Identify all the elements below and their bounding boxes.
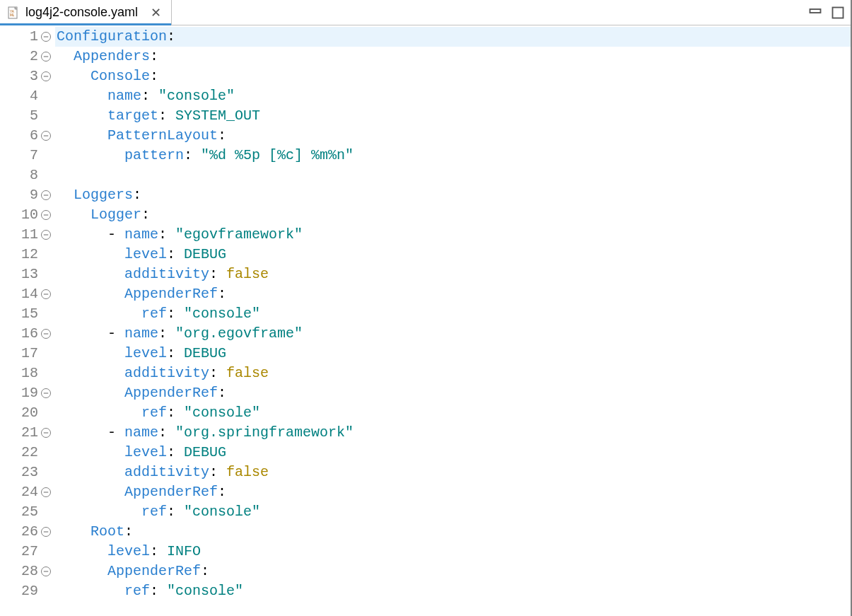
code-line[interactable]: ref: "console" (55, 502, 851, 522)
code-line[interactable]: Loggers: (55, 185, 851, 205)
line-number: 13 (17, 265, 38, 284)
gutter: 1234567891011121314151617181920212223242… (0, 25, 55, 616)
gutter-line: 25 (0, 502, 55, 522)
fold-minus-icon[interactable] (41, 428, 51, 438)
code-line[interactable]: ref: "console" (55, 403, 851, 423)
line-number: 6 (17, 126, 38, 146)
fold-minus-icon[interactable] (41, 71, 51, 81)
code-line[interactable]: pattern: "%d %5p [%c] %m%n" (55, 146, 851, 165)
token-colon: : (158, 424, 175, 441)
toolbar-right (808, 0, 845, 25)
token-key: ref (141, 504, 167, 520)
fold-spacer (41, 586, 51, 596)
fold-minus-icon[interactable] (41, 32, 51, 42)
code-line[interactable]: level: DEBUG (55, 443, 851, 463)
line-number: 26 (17, 522, 38, 542)
token-key: AppenderRef (124, 484, 218, 500)
line-number: 2 (17, 47, 38, 66)
token-colon: : (218, 127, 226, 144)
fold-spacer (41, 151, 51, 161)
code-line[interactable]: - name: "org.egovframe" (55, 324, 851, 344)
fold-minus-icon[interactable] (41, 487, 51, 497)
code-line[interactable]: - name: "org.springframework" (55, 423, 851, 443)
token-colon: : (167, 246, 184, 262)
code-line[interactable]: target: SYSTEM_OUT (55, 106, 851, 126)
code-line[interactable]: level: DEBUG (55, 245, 851, 265)
code-line[interactable]: name: "console" (55, 86, 851, 106)
editor-tab[interactable]: YA ML log4j2-console.yaml ✕ (0, 0, 172, 25)
code-line[interactable]: AppenderRef: (55, 482, 851, 502)
token-value: DEBUG (184, 246, 226, 262)
token-string: "console" (158, 88, 235, 104)
token-bool: false (226, 365, 269, 381)
gutter-line: 8 (0, 165, 55, 185)
code-line[interactable]: level: INFO (55, 542, 851, 562)
fold-minus-icon[interactable] (41, 52, 51, 62)
code-line[interactable]: additivity: false (55, 265, 851, 284)
code-line[interactable] (55, 165, 851, 185)
fold-minus-icon[interactable] (41, 329, 51, 339)
code-line[interactable]: Configuration: (55, 27, 851, 47)
fold-minus-icon[interactable] (41, 210, 51, 220)
token-string: "console" (184, 306, 260, 322)
token-colon: : (167, 306, 184, 322)
token-key: level (124, 345, 167, 361)
editor: 1234567891011121314151617181920212223242… (0, 25, 851, 616)
line-number: 8 (17, 165, 38, 185)
line-number: 10 (17, 205, 38, 225)
code-line[interactable]: AppenderRef: (55, 383, 851, 403)
token-dash: - (107, 325, 124, 342)
code-line[interactable]: level: DEBUG (55, 344, 851, 364)
code-line[interactable]: Logger: (55, 205, 851, 225)
code-line[interactable]: Root: (55, 522, 851, 542)
maximize-icon[interactable] (831, 6, 845, 20)
fold-minus-icon[interactable] (41, 527, 51, 537)
gutter-line: 6 (0, 126, 55, 146)
fold-minus-icon[interactable] (41, 566, 51, 576)
code-line[interactable]: additivity: false (55, 364, 851, 383)
token-colon: : (141, 88, 158, 104)
fold-minus-icon[interactable] (41, 230, 51, 240)
token-colon: : (167, 504, 184, 520)
svg-rect-3 (810, 9, 821, 13)
fold-minus-icon[interactable] (41, 190, 51, 200)
code-line[interactable]: ref: "console" (55, 581, 851, 601)
token-colon: : (158, 325, 175, 342)
line-number: 7 (17, 146, 38, 165)
code-line[interactable]: Appenders: (55, 47, 851, 66)
code-line[interactable]: - name: "egovframework" (55, 225, 851, 245)
token-colon: : (184, 147, 201, 163)
fold-spacer (41, 408, 51, 418)
code-line[interactable]: ref: "console" (55, 304, 851, 324)
token-colon: : (218, 286, 226, 302)
code-line[interactable]: PatternLayout: (55, 126, 851, 146)
token-key: Logger (91, 207, 141, 223)
token-colon: : (150, 543, 167, 559)
minimize-icon[interactable] (808, 6, 822, 20)
code-line[interactable]: AppenderRef: (55, 562, 851, 581)
token-string: "egovframework" (175, 226, 303, 243)
yaml-file-icon: YA ML (7, 6, 20, 19)
code-line[interactable]: Console: (55, 66, 851, 86)
gutter-line: 24 (0, 482, 55, 502)
code-line[interactable]: additivity: false (55, 463, 851, 482)
fold-spacer (41, 269, 51, 279)
fold-minus-icon[interactable] (41, 289, 51, 299)
token-colon: : (218, 385, 226, 401)
close-icon[interactable]: ✕ (148, 5, 164, 21)
token-colon: : (124, 523, 133, 540)
svg-rect-4 (833, 7, 844, 18)
token-colon: : (167, 405, 184, 421)
line-number: 12 (17, 245, 38, 265)
token-colon: : (209, 365, 226, 381)
token-string: "console" (184, 405, 260, 421)
gutter-line: 28 (0, 562, 55, 581)
line-number: 21 (17, 423, 38, 443)
code-line[interactable]: AppenderRef: (55, 284, 851, 304)
token-key: ref (141, 306, 167, 322)
token-dash: - (107, 226, 124, 243)
fold-minus-icon[interactable] (41, 388, 51, 398)
line-number: 5 (17, 106, 38, 126)
fold-minus-icon[interactable] (41, 131, 51, 141)
code-area[interactable]: Configuration: Appenders: Console: name:… (55, 25, 851, 616)
